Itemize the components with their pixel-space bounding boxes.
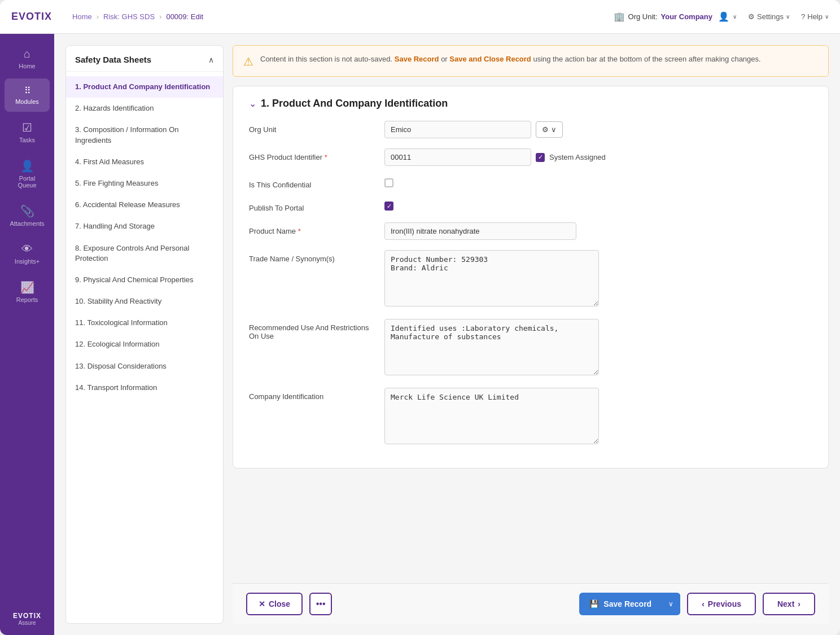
nav-section-item-2[interactable]: 2. Hazards Identification xyxy=(66,98,223,119)
warning-icon: ⚠ xyxy=(243,55,253,68)
confidential-label: Is This Confidential xyxy=(249,176,373,189)
sidebar-item-tasks[interactable]: ☑ Tasks xyxy=(5,114,50,150)
ghs-identifier-label: GHS Product Identifier * xyxy=(249,148,373,161)
breadcrumb-current: 00009: Edit xyxy=(166,12,203,21)
insights-icon: 👁 xyxy=(21,243,33,256)
nav-section-item-13[interactable]: 13. Disposal Considerations xyxy=(66,356,223,377)
save-record-button[interactable]: 💾 Save Record xyxy=(579,593,662,615)
main-layout: ⌂ Home ⠿ Modules ☑ Tasks 👤 Portal Queue … xyxy=(0,34,840,635)
nav-section-item-14[interactable]: 14. Transport Information xyxy=(66,377,223,398)
publish-label: Publish To Portal xyxy=(249,199,373,212)
trade-name-textarea[interactable]: Product Number: 529303 Brand: Aldric xyxy=(384,250,599,306)
previous-button[interactable]: ‹ Previous xyxy=(687,593,756,615)
chevron-left-icon: ‹ xyxy=(702,599,705,608)
reports-icon: 📈 xyxy=(20,281,34,294)
help-button[interactable]: ? Help ∨ xyxy=(801,12,829,21)
system-assigned-label: System Assigned xyxy=(549,153,606,161)
recommended-use-textarea[interactable]: Identified uses :Laboratory chemicals, M… xyxy=(384,319,599,375)
org-unit-label: Org Unit xyxy=(249,121,373,134)
sidebar-nav: ⌂ Home ⠿ Modules ☑ Tasks 👤 Portal Queue … xyxy=(0,34,54,635)
section-header: ⌄ 1. Product And Company Identification xyxy=(249,98,812,110)
confidential-field xyxy=(384,176,812,187)
next-button[interactable]: Next › xyxy=(763,593,815,615)
modules-icon: ⠿ xyxy=(24,85,30,96)
gear-small-icon: ⚙ xyxy=(542,125,549,134)
save-record-chevron-button[interactable]: ∨ xyxy=(662,593,680,615)
close-button[interactable]: ✕ Close xyxy=(246,593,303,615)
gear-icon: ⚙ xyxy=(748,12,755,21)
nav-section-item-6[interactable]: 6. Accidental Release Measures xyxy=(66,194,223,216)
portal-queue-icon: 👤 xyxy=(20,159,34,173)
trade-name-label: Trade Name / Synonym(s) xyxy=(249,250,373,263)
nav-section-list: 1. Product And Company Identification 2.… xyxy=(66,72,223,403)
nav-section-item-5[interactable]: 5. Fire Fighting Measures xyxy=(66,173,223,194)
nav-section-item-9[interactable]: 9. Physical And Chemical Properties xyxy=(66,269,223,291)
org-unit-icon: 🏢 xyxy=(614,11,625,22)
sidebar-item-home[interactable]: ⌂ Home xyxy=(5,41,50,76)
bottom-bar-right: 💾 Save Record ∨ ‹ Previous xyxy=(579,593,815,615)
ghs-identifier-input[interactable] xyxy=(384,148,531,166)
org-unit-input[interactable] xyxy=(384,121,531,138)
left-panel: Safety Data Sheets ∧ 1. Product And Comp… xyxy=(65,45,224,624)
form-row-confidential: Is This Confidential xyxy=(249,176,812,189)
breadcrumb-risk[interactable]: Risk: GHS SDS xyxy=(103,12,155,21)
nav-section-item-8[interactable]: 8. Exposure Controls And Personal Protec… xyxy=(66,238,223,269)
close-icon: ✕ xyxy=(259,599,265,608)
app-logo: EVOTIX xyxy=(11,11,52,23)
nav-section-item-7[interactable]: 7. Handling And Storage xyxy=(66,216,223,237)
breadcrumb-home[interactable]: Home xyxy=(72,12,92,21)
company-identification-label: Company Identification xyxy=(249,388,373,401)
attachments-icon: 📎 xyxy=(20,204,34,218)
left-panel-collapse-button[interactable]: ∧ xyxy=(208,55,214,64)
top-nav-right: 🏢 Org Unit: Your Company 👤 ∨ ⚙ Settings … xyxy=(614,11,829,22)
sidebar-item-modules[interactable]: ⠿ Modules xyxy=(5,78,50,112)
nav-section-item-4[interactable]: 4. First Aid Measures xyxy=(66,151,223,173)
company-identification-textarea[interactable]: Merck Life Science UK Limited xyxy=(384,388,599,444)
warning-text: Content in this section is not auto-save… xyxy=(260,54,761,65)
sidebar-item-attachments[interactable]: 📎 Attachments xyxy=(5,198,50,234)
publish-field: ✓ xyxy=(384,199,812,211)
warning-banner: ⚠ Content in this section is not auto-sa… xyxy=(233,45,829,77)
settings-chevron: ∨ xyxy=(786,14,790,20)
settings-button[interactable]: ⚙ Settings ∨ xyxy=(748,12,790,21)
section-card: ⌄ 1. Product And Company Identification … xyxy=(233,86,829,468)
form-row-company-identification: Company Identification Merck Life Scienc… xyxy=(249,388,812,446)
sidebar-item-attachments-label: Attachments xyxy=(10,220,44,227)
form-row-org-unit: Org Unit ⚙ ∨ xyxy=(249,121,812,138)
confidential-checkbox[interactable] xyxy=(384,178,393,187)
nav-section-item-1[interactable]: 1. Product And Company Identification xyxy=(66,76,223,98)
form-row-product-name: Product Name * xyxy=(249,222,812,240)
org-unit-field: ⚙ ∨ xyxy=(384,121,812,138)
publish-checkbox[interactable]: ✓ xyxy=(384,202,393,211)
org-unit-action-button[interactable]: ⚙ ∨ xyxy=(536,121,563,138)
nav-section-item-10[interactable]: 10. Stability And Reactivity xyxy=(66,291,223,312)
recommended-use-field: Identified uses :Laboratory chemicals, M… xyxy=(384,319,812,378)
product-name-label: Product Name * xyxy=(249,222,373,235)
body-layout: Safety Data Sheets ∧ 1. Product And Comp… xyxy=(54,34,840,635)
main-content-inner: ⚠ Content in this section is not auto-sa… xyxy=(233,45,829,583)
tasks-icon: ☑ xyxy=(22,121,32,134)
person-icon: 👤 xyxy=(718,11,729,22)
chevron-down-icon: ∨ xyxy=(551,125,557,134)
breadcrumb: Home › Risk: GHS SDS › 00009: Edit xyxy=(72,12,203,21)
product-name-field xyxy=(384,222,812,240)
save-icon: 💾 xyxy=(589,599,599,608)
sidebar-item-modules-label: Modules xyxy=(15,98,39,105)
product-name-input[interactable] xyxy=(384,222,576,240)
sidebar-item-insights[interactable]: 👁 Insights+ xyxy=(5,236,50,271)
nav-section-item-11[interactable]: 11. Toxicological Information xyxy=(66,312,223,334)
org-unit-selector: 🏢 Org Unit: Your Company 👤 ∨ xyxy=(614,11,737,22)
sidebar-item-portal-queue[interactable]: 👤 Portal Queue xyxy=(5,152,50,195)
section-collapse-button[interactable]: ⌄ xyxy=(249,98,256,109)
org-unit-chevron[interactable]: ∨ xyxy=(733,14,737,20)
sidebar-item-tasks-label: Tasks xyxy=(19,137,35,143)
left-panel-title: Safety Data Sheets xyxy=(75,55,151,64)
content-area: Safety Data Sheets ∧ 1. Product And Comp… xyxy=(54,34,840,635)
nav-section-item-12[interactable]: 12. Ecological Information xyxy=(66,334,223,355)
left-panel-header: Safety Data Sheets ∧ xyxy=(66,46,223,72)
system-assigned-checkbox[interactable]: ✓ xyxy=(536,153,545,162)
sidebar-item-reports[interactable]: 📈 Reports xyxy=(5,274,50,310)
more-button[interactable]: ••• xyxy=(309,593,332,615)
company-identification-field: Merck Life Science UK Limited xyxy=(384,388,812,446)
nav-section-item-3[interactable]: 3. Composition / Information On Ingredie… xyxy=(66,119,223,151)
